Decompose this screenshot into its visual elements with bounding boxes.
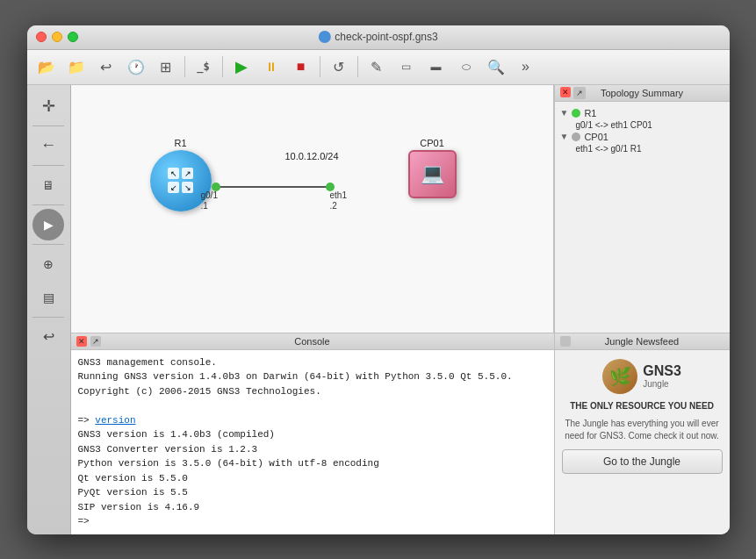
titlebar: check-point-ospf.gns3 [27, 25, 730, 50]
main-window: check-point-ospf.gns3 📂 📁 ↩ 🕐 ⊞ _$ ▶ ⏸ ■… [27, 25, 730, 534]
topology-header: ✕ ↗ Topology Summary [555, 85, 730, 102]
monitor-button[interactable]: 🖥 [32, 169, 64, 201]
app-icon [318, 31, 330, 43]
close-button[interactable] [36, 32, 47, 42]
sidebar-separator-3 [32, 204, 64, 205]
connection-line [216, 186, 330, 188]
separator-4 [357, 56, 358, 77]
terminal-button[interactable]: _$ [190, 53, 218, 81]
toolbar: 📂 📁 ↩ 🕐 ⊞ _$ ▶ ⏸ ■ ↺ ✎ ▭ ▬ ⬭ 🔍 » [27, 50, 730, 85]
globe-button[interactable]: ⊕ [32, 248, 64, 280]
grid-button[interactable]: ⊞ [152, 53, 180, 81]
play-button[interactable]: ▶ [227, 53, 256, 81]
console-header-controls: ✕ ↗ [76, 336, 101, 347]
window-title: check-point-ospf.gns3 [318, 31, 437, 43]
topology-content: ▼ R1 g0/1 <-> eth1 CP01 ▼ CP01 [555, 102, 730, 333]
top-section: R1 ↖ ↗ ↙ ↘ 10.0.12.0/24 [71, 85, 730, 333]
jungle-title: Jungle Newsfeed [605, 336, 679, 347]
console-line-8: Python version is 3.5.0 (64-bit) with ut… [78, 456, 547, 471]
jungle-brand-sub: Jungle [643, 379, 681, 389]
network-label: 10.0.12.0/24 [284, 151, 338, 161]
minimize-button[interactable] [52, 32, 62, 42]
console-line-10: PyQt version is 5.5 [78, 485, 547, 500]
topo-cp01-row: ▼ CP01 [560, 131, 724, 143]
go-to-jungle-button[interactable]: Go to the Jungle [562, 449, 723, 474]
zoom-button[interactable]: 🔍 [482, 53, 510, 81]
history-button[interactable]: 🕐 [122, 53, 150, 81]
topo-cp01-status-dot [572, 133, 580, 141]
open-folder-button[interactable]: 📂 [32, 53, 61, 81]
console-close-button[interactable]: ✕ [76, 336, 87, 347]
more-button[interactable]: » [512, 53, 540, 81]
console-line-7: GNS3 Converter version is 1.2.3 [78, 442, 547, 457]
separator-1 [184, 56, 185, 77]
console-line-11: SIP version is 4.16.9 [78, 500, 547, 515]
topo-cp01-link-label: eth1 <-> g0/1 R1 [576, 144, 642, 154]
jungle-logo-text: GNS3 Jungle [643, 363, 681, 389]
console-line-1: GNS3 management console. [78, 355, 547, 370]
console-prompt: => [78, 415, 96, 426]
maximize-button[interactable] [68, 32, 78, 42]
devices-button[interactable]: ▤ [32, 282, 64, 313]
back-button[interactable]: ← [32, 130, 64, 161]
separator-2 [222, 56, 223, 77]
r1-label: R1 [174, 138, 186, 148]
separator-3 [320, 56, 320, 77]
topology-title: Topology Summary [601, 88, 683, 98]
jungle-brand: GNS3 [643, 363, 681, 379]
topology-undock-button[interactable]: ↗ [573, 87, 586, 99]
pause-button[interactable]: ⏸ [257, 53, 285, 81]
console-line-12: => [78, 514, 547, 529]
topo-r1-arrow: ▼ [560, 108, 569, 118]
cp01-label: CP01 [420, 138, 444, 148]
jungle-tagline: THE ONLY RESOURCE YOU NEED [570, 401, 714, 411]
topo-r1-row: ▼ R1 [560, 107, 724, 119]
jungle-logo-emoji: 🌿 [609, 366, 631, 387]
console-line-4 [78, 398, 547, 413]
sidebar-separator-2 [32, 165, 64, 166]
topo-r1-link-row: g0/1 <-> eth1 CP01 [576, 119, 724, 131]
console-line-3: Copyright (c) 2006-2015 GNS3 Technologie… [78, 384, 547, 399]
console-undock-button[interactable]: ↗ [90, 336, 101, 347]
ellipse-button[interactable]: ⬭ [452, 53, 480, 81]
edit-button[interactable]: ✎ [363, 53, 391, 81]
undo-button[interactable]: ↩ [92, 53, 120, 81]
play-sidebar-button[interactable]: ▶ [32, 209, 64, 240]
console-content[interactable]: GNS3 management console. Running GNS3 ve… [71, 350, 554, 534]
shape-rect-button[interactable]: ▭ [392, 53, 421, 81]
network-canvas[interactable]: R1 ↖ ↗ ↙ ↘ 10.0.12.0/24 [71, 85, 554, 333]
bottom-section: ✕ ↗ Console GNS3 management console. Run… [71, 333, 730, 534]
traffic-lights [36, 32, 78, 42]
node-cp01[interactable]: CP01 💻 [408, 138, 457, 198]
jungle-panel: Jungle Newsfeed 🌿 GNS3 Jungle T [554, 333, 730, 534]
topo-cp01-label: CP01 [584, 132, 608, 142]
route-button[interactable]: ↩ [32, 321, 64, 353]
move-tool-button[interactable]: ✛ [32, 90, 64, 122]
content-area: R1 ↖ ↗ ↙ ↘ 10.0.12.0/24 [71, 85, 730, 534]
folder-button[interactable]: 📁 [62, 53, 90, 81]
cp01-ip-label: .2 [330, 201, 337, 211]
stop-button[interactable]: ■ [287, 53, 315, 81]
console-version-link[interactable]: version [95, 415, 135, 426]
console-line-6: GNS3 version is 1.4.0b3 (compiled) [78, 427, 547, 442]
r1-ip-label: .1 [201, 201, 208, 211]
cp01-device-icon: 💻 [408, 150, 457, 198]
reload-button[interactable]: ↺ [325, 53, 353, 81]
topo-r1-label: R1 [584, 108, 596, 118]
console-title: Console [294, 336, 329, 347]
cp01-interface-label: eth1 [330, 190, 347, 200]
console-panel: ✕ ↗ Console GNS3 management console. Run… [71, 333, 554, 534]
jungle-header: Jungle Newsfeed [555, 333, 730, 350]
jungle-content: 🌿 GNS3 Jungle THE ONLY RESOURCE YOU NEED… [555, 350, 730, 534]
jungle-logo: 🌿 GNS3 Jungle [602, 359, 681, 394]
shape-fill-button[interactable]: ▬ [422, 53, 450, 81]
console-line-2: Running GNS3 version 1.4.0b3 on Darwin (… [78, 369, 547, 384]
jungle-description: The Jungle has everything you will ever … [562, 418, 723, 442]
topology-close-button[interactable]: ✕ [560, 87, 571, 97]
topo-r1-link-label: g0/1 <-> eth1 CP01 [576, 120, 652, 130]
topo-r1-status-dot [572, 109, 580, 118]
console-line-5: => version [78, 413, 547, 428]
jungle-close-button[interactable] [560, 336, 571, 347]
jungle-header-controls [560, 336, 571, 347]
sidebar-separator-4 [32, 244, 64, 245]
